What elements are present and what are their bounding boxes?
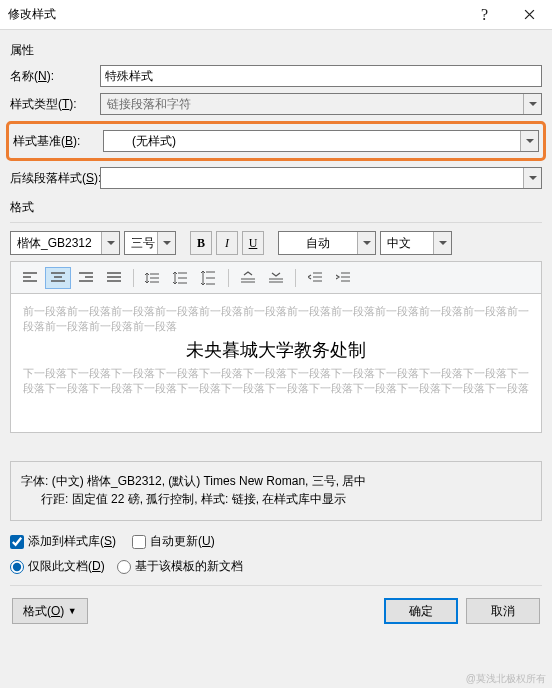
preview-after-text: 下一段落下一段落下一段落下一段落下一段落下一段落下一段落下一段落下一段落下一段落…: [23, 366, 529, 396]
style-base-highlight: 样式基准(B): (无样式): [6, 121, 546, 161]
italic-button[interactable]: I: [216, 231, 238, 255]
language-select[interactable]: 中文: [380, 231, 452, 255]
chevron-down-icon[interactable]: [357, 232, 375, 254]
name-label: 名称(N):: [10, 68, 100, 85]
indent-decrease-button[interactable]: [302, 267, 328, 289]
divider: [10, 585, 542, 586]
name-input[interactable]: [100, 65, 542, 87]
watermark: @莫浅北极权所有: [466, 672, 546, 686]
title-bar: 修改样式 ?: [0, 0, 552, 30]
help-button[interactable]: ?: [462, 0, 507, 30]
based-on-template-radio[interactable]: 基于该模板的新文档: [117, 558, 243, 575]
font-color-select[interactable]: 自动: [278, 231, 376, 255]
chevron-down-icon[interactable]: [520, 131, 538, 151]
space-before-dec-button[interactable]: [263, 267, 289, 289]
format-toolbar-1: 楷体_GB2312 三号 B I U 自动 中文: [10, 231, 542, 255]
add-to-library-checkbox[interactable]: 添加到样式库(S): [10, 533, 116, 550]
base-label: 样式基准(B):: [13, 133, 103, 150]
window-title: 修改样式: [8, 6, 462, 23]
next-style-select[interactable]: [100, 167, 542, 189]
desc-line1: 字体: (中文) 楷体_GB2312, (默认) Times New Roman…: [21, 472, 531, 490]
line-spacing-1-button[interactable]: [140, 267, 166, 289]
divider: [10, 222, 542, 223]
style-description: 字体: (中文) 楷体_GB2312, (默认) Times New Roman…: [10, 461, 542, 521]
chevron-down-icon[interactable]: [101, 232, 119, 254]
format-toolbar-2: [10, 261, 542, 293]
close-button[interactable]: [507, 0, 552, 30]
cancel-button[interactable]: 取消: [466, 598, 540, 624]
align-left-button[interactable]: [17, 267, 43, 289]
indent-increase-button[interactable]: [330, 267, 356, 289]
chevron-down-icon[interactable]: [157, 232, 175, 254]
bold-button[interactable]: B: [190, 231, 212, 255]
only-this-doc-radio[interactable]: 仅限此文档(D): [10, 558, 105, 575]
type-label: 样式类型(T):: [10, 96, 100, 113]
space-before-inc-button[interactable]: [235, 267, 261, 289]
chevron-down-icon: [523, 94, 541, 114]
format-section-label: 格式: [10, 199, 542, 216]
ok-button[interactable]: 确定: [384, 598, 458, 624]
style-type-value: 链接段落和字符: [101, 96, 523, 113]
underline-button[interactable]: U: [242, 231, 264, 255]
preview-main-text: 未央暮城大学教务处制: [23, 338, 529, 362]
style-base-value: (无样式): [104, 133, 520, 150]
desc-line2: 行距: 固定值 22 磅, 孤行控制, 样式: 链接, 在样式库中显示: [21, 490, 531, 508]
line-spacing-2-button[interactable]: [168, 267, 194, 289]
align-right-button[interactable]: [73, 267, 99, 289]
auto-update-checkbox[interactable]: 自动更新(U): [132, 533, 215, 550]
align-justify-button[interactable]: [101, 267, 127, 289]
font-size-select[interactable]: 三号: [124, 231, 176, 255]
preview-before-text: 前一段落前一段落前一段落前一段落前一段落前一段落前一段落前一段落前一段落前一段落…: [23, 304, 529, 334]
style-type-select: 链接段落和字符: [100, 93, 542, 115]
align-center-button[interactable]: [45, 267, 71, 289]
format-menu-button[interactable]: 格式(O) ▼: [12, 598, 88, 624]
properties-section-label: 属性: [10, 42, 542, 59]
font-family-select[interactable]: 楷体_GB2312: [10, 231, 120, 255]
style-base-select[interactable]: (无样式): [103, 130, 539, 152]
line-spacing-3-button[interactable]: [196, 267, 222, 289]
next-label: 后续段落样式(S):: [10, 170, 100, 187]
chevron-down-icon[interactable]: [523, 168, 541, 188]
preview-pane: 前一段落前一段落前一段落前一段落前一段落前一段落前一段落前一段落前一段落前一段落…: [10, 293, 542, 433]
chevron-down-icon[interactable]: [433, 232, 451, 254]
